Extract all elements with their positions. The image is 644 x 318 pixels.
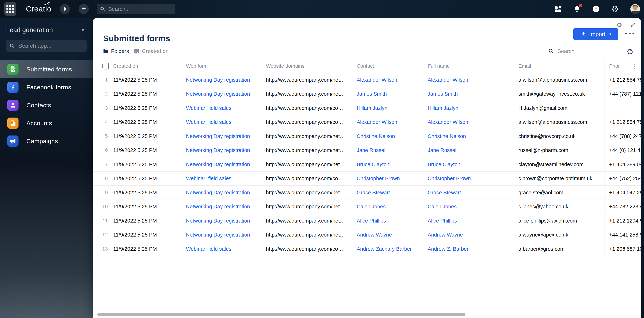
- expand-icon[interactable]: [630, 22, 636, 28]
- app-launcher-button[interactable]: [4, 2, 16, 16]
- created-on-filter[interactable]: Created on: [134, 48, 168, 54]
- column-header-website-domains[interactable]: Website domains: [266, 63, 304, 69]
- search-icon: [548, 48, 554, 54]
- cell-phone: +1 212 854 7512: [609, 119, 641, 125]
- column-header-web-form[interactable]: Web form: [186, 63, 208, 69]
- add-column-icon[interactable]: +: [619, 62, 623, 70]
- settings-button[interactable]: ⚙: [611, 5, 619, 13]
- cell-web-form-link[interactable]: Webinar: field sales: [186, 175, 232, 181]
- table-row[interactable]: 12 11/9/2022 5:25 PM Networking Day regi…: [93, 228, 641, 242]
- cell-contact-link[interactable]: Bruce Clayton: [357, 161, 390, 167]
- help-button[interactable]: ?: [592, 5, 600, 13]
- cell-web-form-link[interactable]: Networking Day registration: [186, 91, 250, 97]
- sidebar-item-contacts[interactable]: Contacts: [0, 96, 93, 114]
- row-number: 5: [93, 133, 108, 139]
- cell-contact-link[interactable]: Christine Nelson: [357, 133, 395, 139]
- apps-button[interactable]: [554, 5, 562, 13]
- cell-web-form-link[interactable]: Networking Day registration: [186, 232, 250, 238]
- cell-contact-link[interactable]: James Smith: [357, 91, 387, 97]
- cell-web-form-link[interactable]: Networking Day registration: [186, 218, 250, 224]
- cell-contact-link[interactable]: Alice Phillips: [357, 218, 386, 224]
- cell-email: c.jones@yahoo.co.uk: [518, 204, 568, 210]
- column-header-created-on[interactable]: Created on: [113, 63, 138, 69]
- cell-full-name-link[interactable]: Alexander Wilson: [428, 77, 468, 83]
- table-row[interactable]: 6 11/9/2022 5:25 PM Networking Day regis…: [93, 143, 641, 158]
- cell-web-form-link[interactable]: Networking Day registration: [186, 77, 250, 83]
- cell-full-name-link[interactable]: Bruce Clayton: [428, 161, 460, 167]
- cell-full-name-link[interactable]: Alice Phillips: [428, 218, 457, 224]
- cell-web-form-link[interactable]: Networking Day registration: [186, 189, 250, 195]
- cell-web-form-link[interactable]: Networking Day registration: [186, 161, 250, 167]
- global-search-input[interactable]: [108, 6, 172, 12]
- table-row[interactable]: 8 11/9/2022 5:25 PM Webinar: field sales…: [93, 171, 641, 186]
- cell-web-form-link[interactable]: Networking Day registration: [186, 204, 250, 210]
- table-row[interactable]: 2 11/9/2022 5:25 PM Networking Day regis…: [93, 87, 641, 101]
- cell-web-form-link[interactable]: Webinar: field sales: [186, 105, 232, 111]
- cell-full-name-link[interactable]: James Smith: [428, 91, 458, 97]
- column-header-email[interactable]: Email: [518, 63, 531, 69]
- import-button[interactable]: Import ▾: [574, 28, 618, 40]
- column-menu-icon[interactable]: ⋮: [632, 62, 638, 70]
- notification-badge: [578, 4, 582, 7]
- page-settings-icon[interactable]: ⚙: [616, 22, 622, 28]
- refresh-button[interactable]: [626, 48, 634, 55]
- more-actions-button[interactable]: [623, 33, 636, 34]
- table-row[interactable]: 9 11/9/2022 5:25 PM Networking Day regis…: [93, 185, 641, 200]
- cell-full-name-link[interactable]: Andrew Wayne: [428, 232, 463, 238]
- table-row[interactable]: 3 11/9/2022 5:25 PM Webinar: field sales…: [93, 101, 641, 115]
- table-row[interactable]: 7 11/9/2022 5:25 PM Networking Day regis…: [93, 158, 641, 171]
- page-title: Submitted forms: [103, 33, 170, 43]
- cell-contact-link[interactable]: Alexander Wilson: [357, 77, 397, 83]
- table-row[interactable]: 4 11/9/2022 5:25 PM Webinar: field sales…: [93, 115, 641, 129]
- play-button[interactable]: [60, 4, 70, 14]
- help-icon: ?: [592, 5, 600, 13]
- global-search[interactable]: [97, 3, 175, 14]
- notifications-button[interactable]: [573, 5, 581, 13]
- column-header-full-name[interactable]: Full name: [428, 63, 450, 69]
- horizontal-scrollbar-thumb[interactable]: [98, 313, 466, 316]
- cell-web-form-link[interactable]: Webinar: field sales: [186, 119, 232, 125]
- table-row[interactable]: 13 11/9/2022 5:25 PM Webinar: field sale…: [93, 242, 641, 256]
- sidebar-item-facebook-forms[interactable]: Facebook forms: [0, 78, 93, 96]
- app-search[interactable]: [6, 40, 87, 52]
- user-avatar[interactable]: [630, 4, 640, 14]
- row-number: 2: [93, 91, 108, 97]
- table-row[interactable]: 1 11/9/2022 5:25 PM Networking Day regis…: [93, 73, 641, 87]
- cell-contact-link[interactable]: Andrew Zachary Barber: [357, 246, 412, 252]
- folders-button[interactable]: Folders: [103, 48, 129, 54]
- cell-web-form-link[interactable]: Webinar: field sales: [186, 246, 232, 252]
- cell-contact-link[interactable]: Jane Russel: [357, 147, 386, 153]
- list-search[interactable]: Search: [548, 48, 574, 54]
- app-search-input[interactable]: [18, 42, 84, 49]
- sidebar-item-accounts[interactable]: Accounts: [0, 114, 93, 132]
- cell-website-domains: http://www.ourcompany.com/co…: [266, 119, 352, 125]
- sidebar-item-submitted-forms[interactable]: Submitted forms: [0, 60, 93, 78]
- cell-web-form-link[interactable]: Networking Day registration: [186, 147, 250, 153]
- cell-contact-link[interactable]: Caleb Jones: [357, 204, 386, 210]
- add-button[interactable]: +: [79, 4, 89, 14]
- workspace-selector[interactable]: Lead generation ▾: [6, 26, 84, 34]
- sidebar-item-campaigns[interactable]: Campaigns: [0, 132, 93, 150]
- cell-contact-link[interactable]: Grace Stewart: [357, 189, 390, 195]
- cell-contact-link[interactable]: Andrew Wayne: [357, 232, 392, 238]
- table-row[interactable]: 5 11/9/2022 5:25 PM Networking Day regis…: [93, 129, 641, 143]
- cell-contact-link[interactable]: Hillam Jazlyn: [357, 105, 388, 111]
- column-header-contact[interactable]: Contact: [357, 63, 374, 69]
- cell-web-form-link[interactable]: Networking Day registration: [186, 133, 250, 139]
- table-row[interactable]: 10 11/9/2022 5:25 PM Networking Day regi…: [93, 200, 641, 214]
- cell-full-name-link[interactable]: Alexander Wilson: [428, 119, 468, 125]
- column-header-phone[interactable]: Phone: [609, 63, 620, 69]
- sidebar-item-label: Accounts: [26, 120, 52, 127]
- cell-full-name-link[interactable]: Grace Stewart: [428, 189, 461, 195]
- select-all-checkbox[interactable]: [102, 63, 109, 69]
- cell-contact-link[interactable]: Alexander Wilson: [357, 119, 397, 125]
- cell-full-name-link[interactable]: Hillam Jazlyn: [428, 105, 458, 111]
- cell-full-name-link[interactable]: Christopher Brown: [428, 175, 471, 181]
- topbar: Creatio + ? ⚙: [0, 0, 644, 18]
- cell-full-name-link[interactable]: Christine Nelson: [428, 133, 466, 139]
- table-row[interactable]: 11 11/9/2022 5:25 PM Networking Day regi…: [93, 214, 641, 228]
- cell-full-name-link[interactable]: Caleb Jones: [428, 204, 456, 210]
- cell-full-name-link[interactable]: Andrew Z. Barber: [428, 246, 468, 252]
- cell-full-name-link[interactable]: Jane Russel: [428, 147, 456, 153]
- cell-contact-link[interactable]: Christopher Brown: [357, 175, 400, 181]
